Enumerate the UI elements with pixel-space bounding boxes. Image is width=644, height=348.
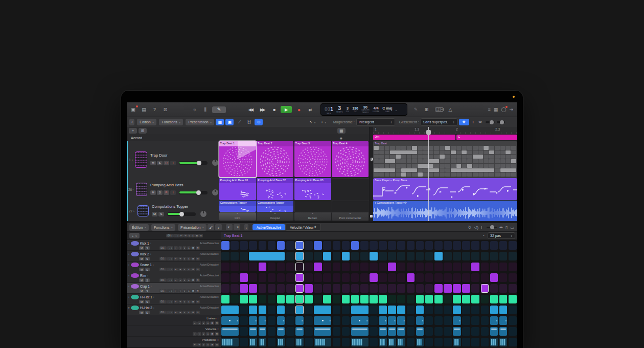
smart-controls-icon[interactable]: ⊞	[422, 106, 431, 114]
step-grid-row[interactable]	[221, 251, 517, 262]
step-cell[interactable]	[425, 306, 433, 314]
chord-global-track[interactable]: Accord ◉	[127, 134, 369, 142]
row-rate-stepper[interactable]: /16 ↕	[159, 289, 167, 293]
step-cell[interactable]	[499, 263, 508, 271]
row-clear-button[interactable]: ⊠	[191, 257, 195, 260]
step-cell-active[interactable]	[416, 295, 424, 303]
audio-region[interactable]: ↕ Computations Topper ⟳	[373, 201, 517, 221]
step-cell[interactable]	[314, 284, 322, 293]
row-shift-up-button[interactable]: ∧	[187, 268, 191, 271]
substep-cell[interactable]	[370, 338, 378, 346]
step-cell-active[interactable]	[295, 273, 304, 282]
step-grid-row[interactable]	[221, 240, 517, 251]
step-cell[interactable]	[462, 241, 470, 250]
step-cell[interactable]	[323, 241, 331, 250]
mute-button[interactable]: M	[150, 161, 156, 165]
seq-add-row-button[interactable]: +∨	[129, 233, 140, 238]
track-name[interactable]: Trap Door	[150, 153, 219, 158]
input-monitor-button[interactable]: I	[170, 161, 176, 165]
substep-cell-active[interactable]	[499, 338, 508, 346]
track-name[interactable]: Computations Topper	[152, 204, 207, 209]
row-rate-stepper[interactable]: /16 ↕	[159, 300, 167, 303]
row-disclosure-triangle[interactable]: ›	[127, 295, 131, 298]
scene-trigger[interactable]: ⌃Couplet	[257, 212, 293, 221]
step-cell[interactable]	[509, 252, 517, 260]
row-direction-stepper[interactable]: → ↕	[167, 246, 173, 250]
row-rotate-left-button[interactable]: ⇤	[193, 343, 197, 346]
substep-cell[interactable]	[407, 316, 415, 325]
substep-cell-active[interactable]	[221, 327, 239, 336]
row-rotate-right-button[interactable]: ⇥	[178, 300, 182, 303]
row-mute-button[interactable]: M	[139, 257, 144, 260]
substep-cell-active[interactable]: ▸	[259, 316, 267, 325]
substep-cell-active[interactable]	[397, 327, 405, 336]
row-shift-down-button[interactable]: ∨	[202, 321, 205, 325]
step-cell[interactable]	[277, 284, 285, 293]
step-cell-active[interactable]	[379, 306, 387, 314]
substep-cell[interactable]	[268, 338, 276, 346]
seq-track-snare-1[interactable]: ›Snare 1↕Activé/DésactivéMS/16 ↕→ ↕⇤⇥∨∧⊠…	[127, 262, 221, 272]
step-cell[interactable]	[240, 241, 248, 250]
step-cell-active[interactable]	[490, 295, 498, 303]
solo-button[interactable]: S	[157, 190, 163, 195]
record-enable-button[interactable]: R	[164, 161, 169, 165]
seq-v-zoom-slider[interactable]	[487, 227, 497, 228]
row-rotate-right-button[interactable]: ⇥	[178, 278, 182, 282]
row-shift-up-button[interactable]: ∧	[187, 300, 191, 303]
loop-cell[interactable]: Computations Topper	[257, 201, 293, 212]
step-cell[interactable]	[471, 284, 479, 293]
step-cell[interactable]	[388, 252, 396, 260]
inspector-icon[interactable]: ⊡	[161, 106, 170, 114]
step-cell[interactable]	[259, 284, 267, 293]
substep-cell-active[interactable]: ▸	[416, 316, 424, 325]
substep-cell[interactable]	[240, 316, 248, 325]
trap-beat-region[interactable]: Trap Beat	[373, 141, 517, 178]
step-cell[interactable]	[333, 273, 341, 282]
row-rotate-left-button[interactable]: ⇤	[174, 278, 178, 282]
step-cell[interactable]	[342, 263, 350, 271]
step-cell[interactable]	[268, 273, 276, 282]
substep-cell[interactable]	[425, 327, 433, 336]
step-cell[interactable]	[305, 263, 313, 271]
step-cell[interactable]	[416, 273, 424, 282]
step-cell[interactable]	[323, 273, 331, 282]
step-cell[interactable]	[397, 284, 405, 293]
step-cell-active[interactable]	[249, 284, 257, 293]
substep-cell[interactable]	[407, 327, 415, 336]
substep-cell[interactable]	[370, 316, 378, 325]
note-pads-icon[interactable]: ▦	[494, 107, 498, 112]
step-cell[interactable]	[425, 273, 433, 282]
back-button[interactable]: ‹	[129, 119, 134, 125]
pointer-tool-menu[interactable]: ↖∨	[307, 119, 318, 125]
step-cell[interactable]	[231, 295, 239, 303]
seq-direction-stepper[interactable]: → ↕	[173, 234, 179, 237]
step-cell-active[interactable]	[351, 306, 369, 314]
substep-cell-active[interactable]: ▸	[277, 316, 285, 325]
substep-cell-active[interactable]: ▸	[314, 316, 331, 325]
substep-cell-active[interactable]	[259, 327, 267, 336]
step-cell[interactable]	[305, 252, 313, 260]
record-button[interactable]: ●	[293, 106, 304, 113]
seq-track-hi-hat-2[interactable]: ∨Hi-Hat 2↕Activé/DésactivéMS/16 ↕→ ↕⇤⇥∨∧…	[127, 304, 221, 315]
step-cell-active[interactable]	[295, 306, 304, 314]
row-solo-button[interactable]: S	[145, 257, 150, 260]
row-shift-down-button[interactable]: ∨	[182, 257, 186, 260]
step-cell[interactable]	[351, 252, 359, 260]
grid-scroll-handle[interactable]	[370, 215, 373, 217]
substep-cell[interactable]	[407, 338, 415, 346]
step-cell[interactable]	[407, 284, 415, 293]
row-clear-button[interactable]: ⊠	[210, 343, 214, 346]
substep-cell-active[interactable]	[379, 327, 387, 336]
row-mute-button[interactable]: M	[139, 311, 144, 314]
bass-player-region[interactable]: Bass Player – Pump Bass	[373, 178, 517, 200]
step-cell[interactable]	[509, 284, 517, 293]
substep-cell[interactable]	[509, 338, 517, 346]
substep-cell[interactable]	[333, 316, 341, 325]
step-cell[interactable]	[231, 252, 239, 260]
substep-cell[interactable]	[481, 316, 489, 325]
step-cell[interactable]	[370, 284, 378, 293]
step-cell[interactable]	[453, 241, 461, 250]
scene-trigger[interactable]: ⌃Intro	[219, 212, 256, 221]
loop-cell[interactable]: Computations Topper	[219, 201, 256, 212]
substep-cell[interactable]	[370, 327, 378, 336]
